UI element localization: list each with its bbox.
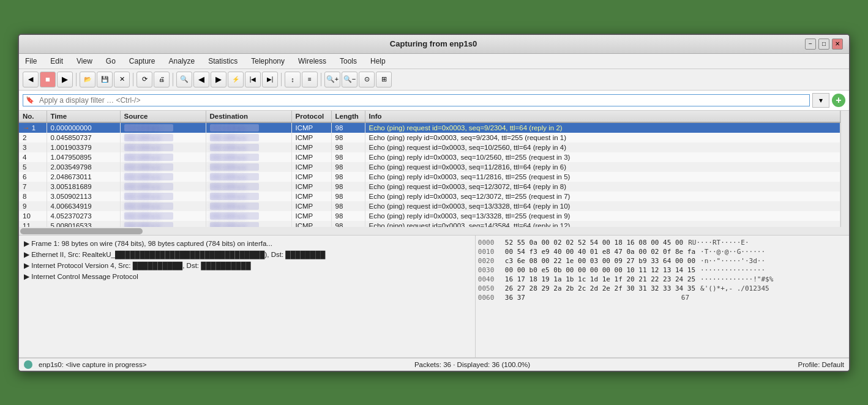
menu-analyze[interactable]: Analyze — [166, 56, 198, 67]
toolbar-resize-columns[interactable]: ⊞ — [376, 72, 392, 87]
packet-detail-pane: ▶ Frame 1: 98 bytes on wire (784 bits), … — [19, 236, 476, 357]
menu-telephony[interactable]: Telephony — [249, 56, 287, 67]
toolbar-colorize[interactable]: ≡ — [302, 72, 318, 87]
col-header-destination[interactable]: Destination — [206, 111, 291, 122]
hex-bytes: 00 54 f3 e9 40 00 40 01 e8 47 0a 00 02 0… — [505, 248, 695, 256]
toolbar-open-file[interactable]: 📂 — [80, 72, 95, 87]
cell-length: 98 — [331, 172, 365, 182]
table-row[interactable]: 94.006634919192.168.x.x192.168.x.xICMP98… — [19, 201, 840, 211]
cell-destination: 192.168.x.x — [206, 152, 291, 162]
hex-row: 004016 17 18 19 1a 1b 1c 1d 1e 1f 20 21 … — [478, 275, 847, 284]
cell-length: 98 — [331, 201, 365, 211]
cell-protocol: ICMP — [291, 221, 331, 227]
horizontal-scrollbar[interactable] — [19, 227, 849, 236]
cell-destination: 192.168.x.x — [206, 122, 291, 133]
col-header-source[interactable]: Source — [120, 111, 206, 122]
filter-input[interactable] — [37, 95, 809, 106]
table-row[interactable]: 41.047950895192.168.x.x192.168.x.xICMP98… — [19, 152, 840, 162]
packet-count: Packets: 36 · Displayed: 36 (100.0%) — [414, 361, 530, 368]
close-button[interactable]: ✕ — [832, 39, 843, 50]
hex-bytes: 16 17 18 19 1a 1b 1c 1d 1e 1f 20 21 22 2… — [505, 275, 695, 283]
cell-length: 98 — [331, 162, 365, 172]
cell-info: Echo (ping) request id=0x0003, seq=9/230… — [365, 122, 840, 133]
hex-bytes: 36 37 — [505, 294, 676, 302]
toolbar-start-capture[interactable]: ◀ — [23, 72, 39, 87]
table-row[interactable]: 20.045850737192.168.x.x192.168.x.xICMP98… — [19, 133, 840, 143]
filter-dropdown[interactable]: ▾ — [812, 93, 829, 108]
toolbar-zoom-out[interactable]: 🔍− — [342, 72, 357, 87]
menu-file[interactable]: File — [23, 56, 39, 67]
cell-destination: 192.168.x.x — [206, 143, 291, 152]
menu-edit[interactable]: Edit — [48, 56, 65, 67]
cell-source: 192.168.x.x — [120, 162, 206, 172]
packet-detail-item[interactable]: ▶ Frame 1: 98 bytes on wire (784 bits), … — [21, 238, 473, 249]
cell-no: 2 — [19, 133, 47, 143]
cell-time: 2.003549798 — [47, 162, 120, 172]
toolbar-go-to-packet[interactable]: ⚡ — [228, 72, 244, 87]
table-row[interactable]: → 10.000000000192.168.x.x192.168.x.xICMP… — [19, 122, 840, 133]
dest-ip: 192.168.x.x — [210, 202, 259, 210]
filter-add-button[interactable]: + — [832, 94, 845, 107]
col-header-protocol[interactable]: Protocol — [291, 111, 331, 122]
toolbar-print[interactable]: 🖨 — [154, 72, 170, 87]
cell-protocol: ICMP — [291, 162, 331, 172]
toolbar-first-packet[interactable]: |◀ — [245, 72, 261, 87]
table-row[interactable]: 83.050902113192.168.x.x192.168.x.xICMP98… — [19, 191, 840, 201]
maximize-button[interactable]: □ — [818, 39, 829, 50]
minimize-button[interactable]: − — [805, 39, 816, 50]
packet-detail-item[interactable]: ▶ Internet Protocol Version 4, Src: ████… — [21, 260, 473, 271]
dest-ip: 192.168.x.x — [210, 222, 259, 227]
table-row[interactable]: 73.005181689192.168.x.x192.168.x.xICMP98… — [19, 182, 840, 191]
cell-length: 98 — [331, 182, 365, 191]
cell-destination: 192.168.x.x — [206, 133, 291, 143]
table-row[interactable]: 31.001903379192.168.x.x192.168.x.xICMP98… — [19, 143, 840, 152]
cell-no: → 1 — [19, 122, 47, 133]
cell-protocol: ICMP — [291, 172, 331, 182]
toolbar-find[interactable]: 🔍 — [176, 72, 192, 87]
col-header-no[interactable]: No. — [19, 111, 47, 122]
hex-pane: 000052 55 0a 00 02 02 52 54 00 18 16 08 … — [476, 236, 849, 357]
dest-ip: 192.168.x.x — [210, 212, 259, 220]
col-header-length[interactable]: Length — [331, 111, 365, 122]
toolbar-save-file[interactable]: 💾 — [97, 72, 113, 87]
table-row[interactable]: 115.008016533192.168.x.x192.168.x.xICMP9… — [19, 221, 840, 227]
menu-statistics[interactable]: Statistics — [206, 56, 240, 67]
toolbar-close-file[interactable]: ✕ — [114, 72, 130, 87]
table-row[interactable]: 62.048673011192.168.x.x192.168.x.xICMP98… — [19, 172, 840, 182]
menu-view[interactable]: View — [74, 56, 95, 67]
menu-tools[interactable]: Tools — [337, 56, 359, 67]
table-row[interactable]: 104.052370273192.168.x.x192.168.x.xICMP9… — [19, 211, 840, 221]
hex-offset: 0050 — [478, 284, 500, 292]
source-ip: 192.168.x.x — [124, 124, 173, 132]
col-header-time[interactable]: Time — [47, 111, 120, 122]
source-ip: 192.168.x.x — [124, 222, 173, 227]
menu-wireless[interactable]: Wireless — [296, 56, 329, 67]
toolbar-last-packet[interactable]: ▶| — [262, 72, 278, 87]
toolbar-sep-3 — [173, 73, 173, 86]
toolbar-go-back[interactable]: ◀ — [193, 72, 209, 87]
packet-detail-item[interactable]: ▶ Internet Control Message Protocol — [21, 271, 473, 282]
cell-length: 98 — [331, 143, 365, 152]
toolbar-reload[interactable]: ⟳ — [137, 72, 152, 87]
packet-detail-item[interactable]: ▶ Ethernet II, Src: RealtekU_███████████… — [21, 249, 473, 260]
menu-capture[interactable]: Capture — [127, 56, 158, 67]
source-ip: 192.168.x.x — [124, 212, 173, 220]
source-ip: 192.168.x.x — [124, 144, 173, 151]
toolbar-stop-capture[interactable]: ■ — [40, 72, 56, 87]
vertical-scrollbar[interactable] — [840, 111, 849, 227]
toolbar-zoom-reset[interactable]: ⊙ — [359, 72, 375, 87]
col-header-info[interactable]: Info — [365, 111, 840, 122]
menu-go[interactable]: Go — [103, 56, 118, 67]
source-ip: 192.168.x.x — [124, 163, 173, 171]
table-row[interactable]: 52.003549798192.168.x.x192.168.x.xICMP98… — [19, 162, 840, 172]
toolbar-zoom-in[interactable]: 🔍+ — [324, 72, 340, 87]
toolbar-autoscroll[interactable]: ↕ — [285, 72, 301, 87]
toolbar-go-forward[interactable]: ▶ — [211, 72, 226, 87]
scroll-thumb[interactable] — [20, 228, 143, 234]
hex-row: 005026 27 28 29 2a 2b 2c 2d 2e 2f 30 31 … — [478, 284, 847, 293]
menu-help[interactable]: Help — [368, 56, 388, 67]
cell-no: 10 — [19, 211, 47, 221]
toolbar-restart-capture[interactable]: ▶ — [57, 72, 73, 87]
profile: Profile: Default — [798, 361, 844, 368]
hex-bytes: 00 00 b0 e5 0b 00 00 00 00 00 10 11 12 1… — [505, 266, 695, 274]
